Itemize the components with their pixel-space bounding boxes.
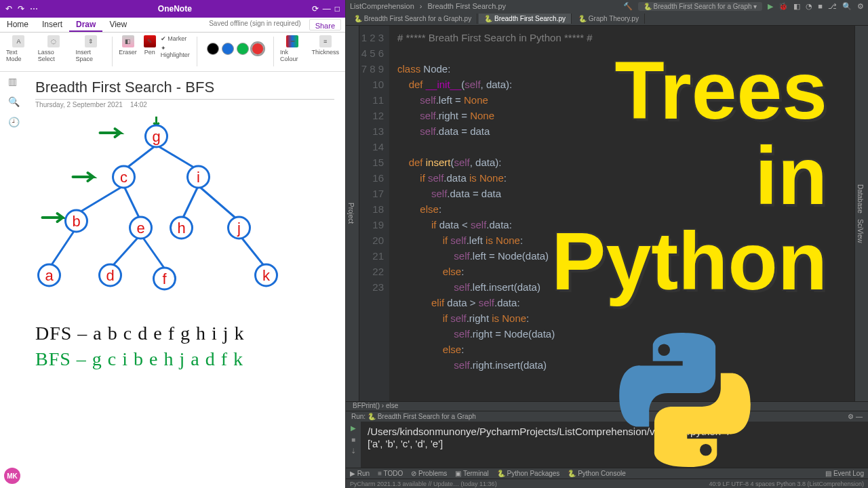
window-min-icon[interactable]: — (323, 4, 331, 14)
insert-space-button[interactable]: ⇕Insert Space (74, 35, 108, 62)
database-tool-button[interactable]: Database SciView (854, 26, 868, 401)
status-update[interactable]: PyCharm 2021.1.3 available // Update… (t… (350, 481, 497, 487)
bottom-todo[interactable]: ≡ TODO (378, 470, 403, 477)
run-config-selector[interactable]: 🐍 Breadth First Search for a Graph ▾ (638, 2, 763, 11)
svg-text:a: a (45, 267, 54, 284)
event-log-button[interactable]: ▤ Event Log (825, 470, 864, 477)
console-panel: ▶ ■ ⇣ /Users/kindsonmunonye/PycharmProje… (346, 422, 868, 468)
tab-draw[interactable]: Draw (69, 18, 102, 32)
svg-text:b: b (72, 213, 80, 230)
onenote-window: ↶ ↷ ⋯ OneNote ⟳ — □ Home Insert Draw Vie… (0, 0, 346, 488)
color-red[interactable] (252, 43, 264, 55)
svg-line-8 (141, 235, 165, 268)
window-max-icon[interactable]: □ (335, 4, 340, 14)
ide-body: Project 1 2 3 4 5 6 7 8 9 10 11 12 13 14… (346, 26, 868, 401)
redo-icon[interactable]: ↷ (18, 4, 24, 14)
note-date: Thursday, 2 September 2021 14:02 (35, 101, 334, 108)
highlighter-button[interactable]: ✦ Highlighter (161, 45, 193, 58)
onenote-tabs: Home Insert Draw View Saved offline (sig… (0, 18, 345, 33)
console-output[interactable]: /Users/kindsonmunonye/PycharmProjects/Li… (361, 422, 868, 468)
code-breadcrumb[interactable]: BFPrint() › else (346, 401, 868, 411)
dfs-text: DFS – a b c d e f g h i j k (35, 323, 334, 344)
stop-icon[interactable]: ■ (818, 2, 823, 10)
git-icon[interactable]: ⎇ (828, 2, 837, 11)
gear-icon[interactable]: ⚙ (848, 413, 854, 420)
tab-home[interactable]: Home (0, 18, 35, 32)
code-body[interactable]: # ***** Breath First Search in Python **… (389, 26, 854, 401)
run-label: Run: (351, 413, 366, 420)
svg-text:d: d (106, 267, 114, 284)
run-tab[interactable]: 🐍 Breadth First Search for a Graph (368, 413, 476, 420)
note-title[interactable]: Breadth First Search - BFS (35, 79, 334, 100)
debug-icon[interactable]: 🐞 (778, 2, 788, 11)
note-canvas[interactable]: Breadth First Search - BFS Thursday, 2 S… (0, 72, 345, 488)
share-button[interactable]: Share (309, 19, 341, 30)
editor-tab[interactable]: 🐍 Graph Theory.py (573, 14, 645, 24)
crumb-file[interactable]: Breadth First Search.py (427, 2, 506, 10)
search-icon[interactable]: 🔍 (842, 2, 852, 11)
hide-icon[interactable]: — (856, 413, 863, 420)
svg-text:k: k (262, 267, 271, 284)
settings-icon[interactable]: ⚙ (857, 2, 864, 11)
profile-icon[interactable]: ◔ (806, 2, 812, 11)
stop-icon[interactable]: ■ (351, 436, 355, 443)
svg-line-3 (124, 186, 141, 221)
lasso-button[interactable]: ◌Lasso Select (36, 35, 71, 62)
text-mode-button[interactable]: AText Mode (4, 35, 33, 62)
code-editor[interactable]: 1 2 3 4 5 6 7 8 9 10 11 12 13 14 15 16 1… (359, 26, 854, 401)
coverage-icon[interactable]: ◧ (793, 2, 800, 11)
hammer-icon[interactable]: 🔨 (623, 2, 633, 11)
bottom-run[interactable]: ▶ Run (350, 470, 370, 477)
onenote-titlebar: ↶ ↷ ⋯ OneNote ⟳ — □ (0, 0, 345, 18)
user-avatar[interactable]: MK (4, 468, 20, 484)
thickness-button[interactable]: ≡Thickness (309, 35, 341, 56)
svg-text:f: f (162, 270, 167, 287)
marker-button[interactable]: ✔ Marker (161, 35, 193, 42)
svg-text:e: e (136, 220, 144, 237)
color-green[interactable] (237, 43, 249, 55)
ide-navbar: ListComprehension› Breadth First Search.… (346, 0, 868, 12)
bfs-text: BFS – g c i b e h j a d f k (35, 348, 334, 370)
line-numbers: 1 2 3 4 5 6 7 8 9 10 11 12 13 14 15 16 1… (359, 26, 389, 401)
tab-insert[interactable]: Insert (35, 18, 69, 32)
svg-text:j: j (237, 220, 241, 237)
editor-tabs: 🐍 Breadth First Search for a Graph.py 🐍 … (346, 12, 868, 26)
draw-ribbon: AText Mode ◌Lasso Select ⇕Insert Space ◧… (0, 33, 345, 72)
color-blue[interactable] (222, 43, 234, 55)
tab-view[interactable]: View (102, 18, 134, 32)
status-right[interactable]: 40:9 LF UTF-8 4 spaces Python 3.8 (ListC… (709, 481, 864, 487)
pycharm-window: ListComprehension› Breadth First Search.… (346, 0, 868, 488)
console-toolbar: ▶ ■ ⇣ (346, 422, 361, 468)
more-icon[interactable]: ⋯ (30, 4, 38, 14)
down-icon[interactable]: ⇣ (351, 447, 356, 455)
svg-line-2 (77, 186, 124, 214)
svg-line-6 (50, 228, 77, 268)
svg-line-4 (182, 186, 199, 221)
editor-tab[interactable]: 🐍 Breadth First Search.py (479, 14, 572, 24)
svg-line-1 (157, 145, 199, 170)
bottom-terminal[interactable]: ▣ Terminal (455, 470, 488, 477)
svg-line-7 (111, 235, 141, 268)
run-icon[interactable]: ▶ (768, 2, 773, 11)
editor-tab[interactable]: 🐍 Breadth First Search for a Graph.py (349, 14, 477, 24)
crumb-project[interactable]: ListComprehension (350, 2, 414, 10)
sync-icon[interactable]: ⟳ (312, 4, 319, 14)
project-tool-button[interactable]: Project (346, 26, 359, 401)
svg-text:i: i (197, 169, 200, 186)
eraser-button[interactable]: ◧Eraser (117, 35, 139, 56)
color-black[interactable] (207, 43, 219, 55)
undo-icon[interactable]: ↶ (5, 4, 12, 14)
bottom-problems[interactable]: ⊘ Problems (411, 470, 447, 477)
onenote-app-title: OneNote (38, 4, 312, 14)
svg-line-5 (199, 186, 239, 221)
bottom-pypackages[interactable]: 🐍 Python Packages (497, 470, 560, 477)
svg-line-9 (239, 235, 267, 268)
save-status: Saved offline (sign in required) (205, 18, 304, 32)
svg-text:h: h (177, 220, 185, 237)
pen-button[interactable]: ✎Pen (142, 35, 158, 56)
bottom-toolbar: ▶ Run ≡ TODO ⊘ Problems ▣ Terminal 🐍 Pyt… (346, 468, 868, 479)
ink-colour-button[interactable]: ━Ink Colour (278, 35, 307, 62)
svg-text:g: g (152, 128, 160, 145)
rerun-icon[interactable]: ▶ (351, 424, 356, 432)
bottom-pyconsole[interactable]: 🐍 Python Console (568, 470, 625, 477)
